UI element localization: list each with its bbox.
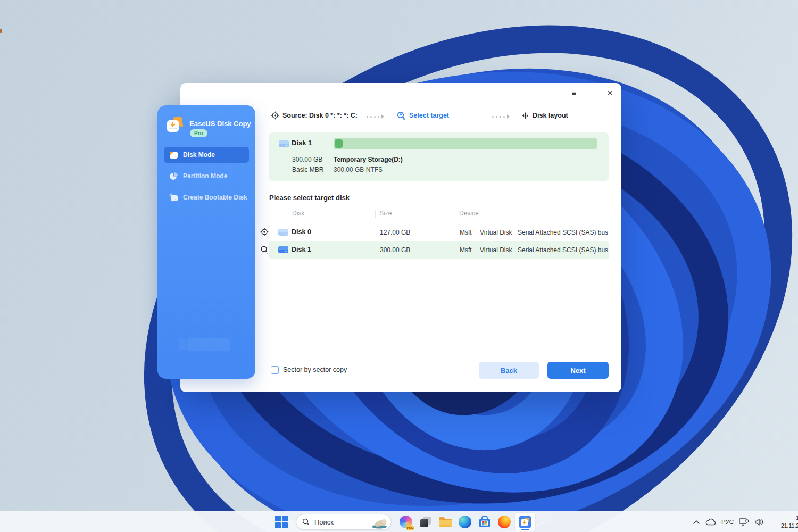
screen-artifact — [0, 29, 2, 33]
row-disk-device: Virtual Disk — [480, 229, 512, 236]
step-disk-layout: Disk layout — [521, 111, 568, 120]
disk-layout-icon — [521, 112, 529, 120]
crosshair-icon — [271, 111, 279, 120]
row-disk-vendor: Msft — [460, 246, 472, 254]
column-device: Device — [459, 210, 479, 217]
search-icon — [302, 518, 310, 526]
sidebar-item-label: Partition Mode — [183, 172, 227, 180]
microsoft-store-button[interactable] — [475, 512, 494, 531]
row-disk-name: Disk 0 — [292, 228, 311, 236]
search-input[interactable]: Поиск — [296, 514, 392, 530]
target-search-icon — [397, 111, 406, 120]
step-select-target[interactable]: Select target — [397, 111, 449, 120]
row-disk-bus: Serial Attached SCSI (SAS) bus — [518, 246, 608, 254]
column-divider — [375, 210, 376, 218]
source-disk-name: Disk 1 — [292, 139, 312, 147]
disk-mode-icon — [169, 151, 178, 160]
disk-layout-step-label: Disk layout — [533, 112, 568, 119]
clock-time: 13 — [781, 514, 798, 522]
chevron-up-icon[interactable] — [693, 520, 700, 525]
source-disk-size: 300.00 GB — [292, 156, 322, 163]
sidebar-ghost-panel — [187, 338, 230, 351]
disk-icon — [278, 228, 288, 236]
row-disk-device: Virtual Disk — [480, 246, 512, 254]
column-divider — [455, 210, 455, 218]
dots-separator — [367, 114, 384, 119]
taskbar-clock[interactable]: 13 21.11.20 — [781, 514, 798, 530]
source-disk-scheme: Basic MBR — [292, 166, 323, 173]
file-explorer-icon — [438, 516, 452, 528]
table-row-disk0[interactable]: Disk 0 127.00 GB Msft Virtual Disk Seria… — [269, 223, 609, 241]
row-disk-size: 127.00 GB — [380, 229, 410, 236]
windows-start-icon — [275, 515, 288, 529]
easeus-logo-icon — [167, 117, 185, 134]
sidebar-item-label: Create Bootable Disk — [183, 194, 247, 201]
network-icon[interactable] — [739, 518, 749, 526]
target-section-title: Please select target disk — [269, 194, 350, 202]
pro-badge: Pro — [190, 129, 207, 137]
taskbar-center: Поиск PRE — [272, 512, 536, 531]
onedrive-cloud-icon[interactable] — [705, 518, 716, 526]
edge-button[interactable] — [455, 512, 475, 531]
close-icon[interactable]: ✕ — [604, 87, 616, 98]
sidebar-item-label: Disk Mode — [183, 151, 215, 159]
easeus-disk-copy-taskbar-button[interactable] — [514, 512, 536, 531]
source-volume-label: Temporary Storage(D:) — [334, 156, 403, 163]
volume-icon[interactable] — [754, 518, 764, 526]
disk-icon — [279, 140, 289, 148]
source-marker-crosshair-icon — [260, 228, 269, 236]
firefox-icon — [498, 516, 511, 528]
search-highlight-image — [371, 516, 388, 529]
column-size: Size — [379, 210, 392, 217]
active-app-indicator — [521, 529, 529, 530]
task-view-button[interactable] — [416, 512, 435, 531]
partition-map-bar — [334, 138, 597, 149]
table-row-disk1-selected[interactable]: Disk 1 300.00 GB Msft Virtual Disk Seria… — [269, 241, 609, 259]
start-button[interactable] — [272, 512, 291, 531]
disk-icon — [278, 246, 288, 254]
target-marker-magnifier-icon — [260, 245, 269, 254]
source-disk-panel: Disk 1 300.00 GB Basic MBR Temporary Sto… — [269, 132, 609, 181]
sector-by-sector-label: Sector by sector copy — [283, 366, 347, 373]
task-view-icon — [419, 516, 432, 528]
sidebar-ghost-panel — [179, 339, 186, 350]
file-explorer-button[interactable] — [436, 512, 455, 531]
row-disk-name: Disk 1 — [292, 246, 311, 253]
sidebar: EaseUS Disk Copy Pro Disk Mode Partition… — [157, 105, 255, 379]
system-tray: РУС — [693, 511, 764, 532]
sidebar-item-create-bootable-disk[interactable]: Create Bootable Disk — [164, 189, 249, 205]
app-title: EaseUS Disk Copy — [189, 120, 251, 128]
target-table-header: Disk Size Device — [269, 209, 609, 219]
language-indicator[interactable]: РУС — [721, 519, 734, 525]
sidebar-menu: Disk Mode Partition Mode Create Bootable… — [164, 147, 249, 205]
target-disk-list: Disk 0 127.00 GB Msft Virtual Disk Seria… — [269, 223, 609, 259]
sector-by-sector-checkbox[interactable] — [271, 366, 279, 374]
clock-date: 21.11.20 — [781, 522, 798, 530]
source-volume-info: 300.00 GB NTFS — [334, 166, 383, 173]
taskbar: Поиск PRE — [0, 511, 798, 532]
edge-icon — [459, 516, 471, 528]
menu-icon[interactable]: ≡ — [568, 87, 579, 98]
create-bootable-disk-icon — [169, 193, 178, 202]
copilot-button[interactable]: PRE — [396, 512, 415, 531]
next-button[interactable]: Next — [547, 362, 609, 379]
window-controls: ≡ – ✕ — [568, 87, 616, 98]
row-disk-bus: Serial Attached SCSI (SAS) bus — [518, 229, 608, 236]
select-target-step-label: Select target — [409, 112, 449, 119]
row-disk-size: 300.00 GB — [380, 246, 410, 254]
step-source: Source: Disk 0 *: *: *: C: — [271, 111, 358, 120]
sidebar-item-partition-mode[interactable]: Partition Mode — [164, 168, 249, 184]
source-step-label: Source: Disk 0 *: *: *: C: — [282, 112, 358, 119]
search-placeholder: Поиск — [314, 518, 334, 526]
row-disk-vendor: Msft — [460, 229, 472, 236]
back-button[interactable]: Back — [479, 362, 539, 379]
sidebar-item-disk-mode[interactable]: Disk Mode — [164, 147, 249, 163]
partition-segment — [335, 139, 343, 148]
minimize-icon[interactable]: – — [586, 87, 597, 98]
easeus-taskbar-icon — [518, 515, 532, 529]
firefox-button[interactable] — [495, 512, 514, 531]
copilot-pre-badge: PRE — [406, 526, 414, 530]
microsoft-store-icon — [478, 516, 491, 528]
partition-mode-icon — [169, 172, 178, 181]
column-disk: Disk — [292, 210, 304, 217]
